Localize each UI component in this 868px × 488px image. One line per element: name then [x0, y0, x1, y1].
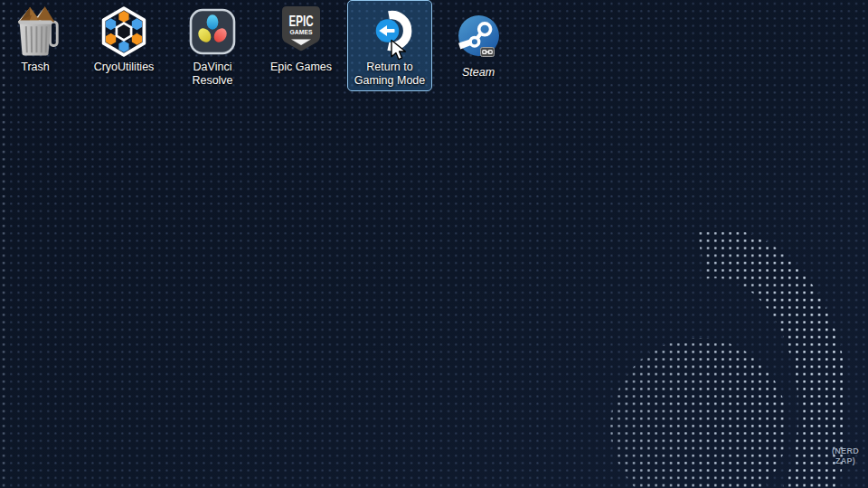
epic-games-icon: EPIC GAMES	[276, 1, 326, 59]
watermark-line2: ZAP)	[825, 456, 866, 466]
epic-subtitle-text: GAMES	[290, 29, 314, 35]
desktop-icon-cryoutilities[interactable]: CryoUtilities	[81, 0, 166, 91]
desktop-icon-trash[interactable]: Trash	[0, 0, 78, 91]
watermark-line1: (NERD	[825, 446, 866, 456]
watermark: (NERD ZAP)	[825, 446, 866, 466]
desktop-icon-steam[interactable]: Steam	[436, 0, 521, 91]
desktop-icon-epic-games[interactable]: EPIC GAMES Epic Games	[259, 0, 344, 91]
desktop-icon-davinci-resolve[interactable]: DaVinci Resolve	[170, 0, 255, 91]
icon-label-cryoutilities: CryoUtilities	[94, 61, 155, 74]
icon-label-davinci-resolve: DaVinci Resolve	[172, 61, 253, 87]
icon-label-trash: Trash	[21, 61, 50, 74]
cryoutilities-icon	[98, 1, 150, 59]
trash-icon	[10, 1, 61, 59]
davinci-resolve-icon	[187, 1, 238, 59]
icon-label-steam: Steam	[462, 66, 495, 80]
steam-icon	[458, 1, 500, 64]
epic-title-text: EPIC	[289, 13, 314, 30]
icon-label-epic-games: Epic Games	[270, 61, 332, 74]
symlink-emblem-icon	[480, 44, 495, 61]
mouse-cursor-icon	[389, 39, 407, 65]
